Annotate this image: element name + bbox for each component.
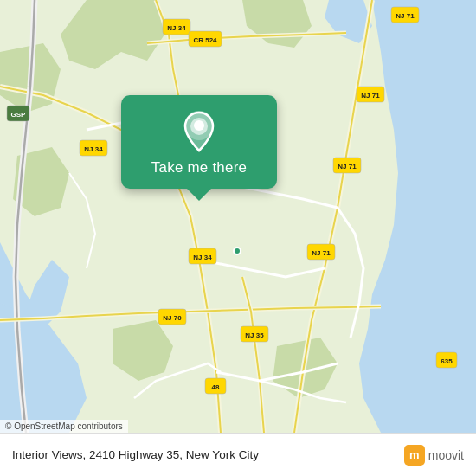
- svg-text:NJ 71: NJ 71: [361, 92, 380, 100]
- map-view[interactable]: NJ 71 NJ 71 NJ 71 NJ 71 NJ 34 NJ 34 NJ 3…: [0, 0, 476, 433]
- svg-text:GSP: GSP: [11, 111, 27, 119]
- svg-point-30: [194, 120, 204, 131]
- svg-point-27: [234, 248, 241, 254]
- svg-text:NJ 70: NJ 70: [163, 314, 182, 322]
- moovit-logo: m moovit: [404, 445, 464, 466]
- svg-text:NJ 34: NJ 34: [193, 254, 212, 261]
- svg-text:NJ 71: NJ 71: [338, 163, 357, 170]
- svg-text:NJ 34: NJ 34: [167, 24, 186, 32]
- take-me-there-label: Take me there: [151, 159, 247, 177]
- svg-text:NJ 35: NJ 35: [245, 331, 264, 339]
- take-me-there-button[interactable]: Take me there: [121, 95, 277, 189]
- svg-text:48: 48: [212, 383, 220, 391]
- moovit-wordmark: moovit: [428, 448, 464, 462]
- svg-text:NJ 71: NJ 71: [312, 249, 331, 257]
- bottom-info-bar: Interior Views, 2410 Highway 35, New Yor…: [0, 433, 476, 476]
- moovit-icon: m: [404, 445, 425, 466]
- map-attribution: © OpenStreetMap contributors: [0, 420, 128, 433]
- svg-text:635: 635: [441, 357, 453, 365]
- svg-text:NJ 34: NJ 34: [84, 145, 103, 153]
- location-text: Interior Views, 2410 Highway 35, New Yor…: [12, 448, 404, 461]
- svg-text:NJ 71: NJ 71: [396, 12, 415, 20]
- location-pin-icon: [178, 111, 220, 152]
- svg-text:CR 524: CR 524: [193, 36, 217, 44]
